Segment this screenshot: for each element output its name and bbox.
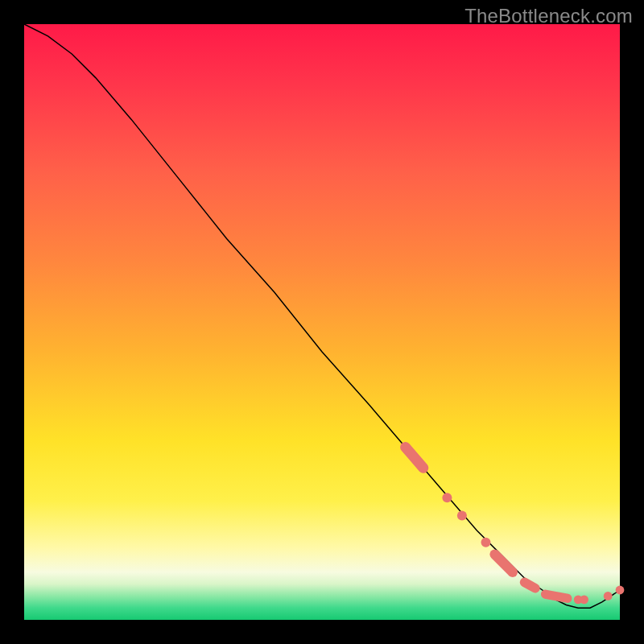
marker-dot (616, 586, 625, 595)
curve-markers (406, 447, 625, 604)
marker-dot (457, 511, 467, 521)
marker-dot (481, 538, 491, 547)
marker-capsule (546, 594, 568, 598)
chart-root: TheBottleneck.com (0, 0, 644, 644)
bottleneck-curve (24, 24, 620, 608)
marker-dot (442, 493, 452, 502)
marker-dot (604, 592, 613, 601)
marker-dot (580, 595, 588, 604)
marker-capsule (525, 582, 535, 588)
marker-capsule (406, 447, 423, 468)
curve-svg (24, 24, 620, 620)
plot-area (24, 24, 620, 620)
marker-capsule (495, 555, 513, 572)
